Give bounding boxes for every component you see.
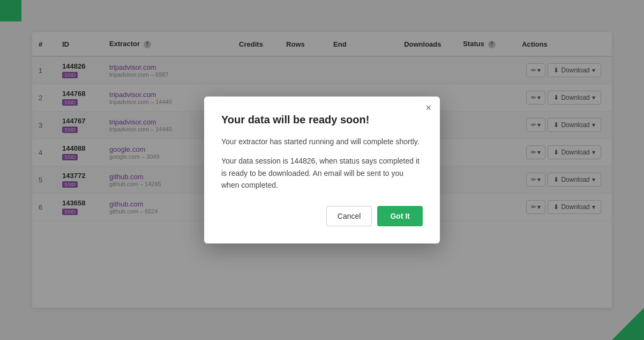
cancel-button[interactable]: Cancel (326, 206, 372, 226)
gotit-button[interactable]: Got It (377, 206, 423, 226)
modal-dialog: × Your data will be ready soon! Your ext… (204, 97, 440, 244)
modal-title: Your data will be ready soon! (221, 114, 423, 126)
modal-close-button[interactable]: × (425, 103, 431, 113)
modal-actions: Cancel Got It (221, 206, 423, 226)
modal-body: Your extractor has started running and w… (221, 136, 423, 191)
modal-paragraph-2: Your data session is 144826, when status… (221, 155, 423, 191)
modal-overlay[interactable]: × Your data will be ready soon! Your ext… (0, 0, 644, 340)
modal-paragraph-1: Your extractor has started running and w… (221, 136, 423, 147)
